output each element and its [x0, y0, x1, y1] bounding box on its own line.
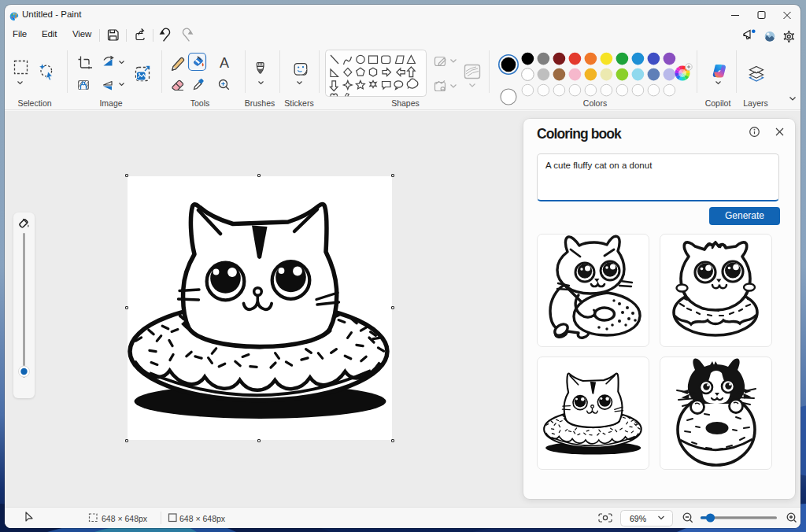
svg-text:A: A [220, 55, 229, 71]
